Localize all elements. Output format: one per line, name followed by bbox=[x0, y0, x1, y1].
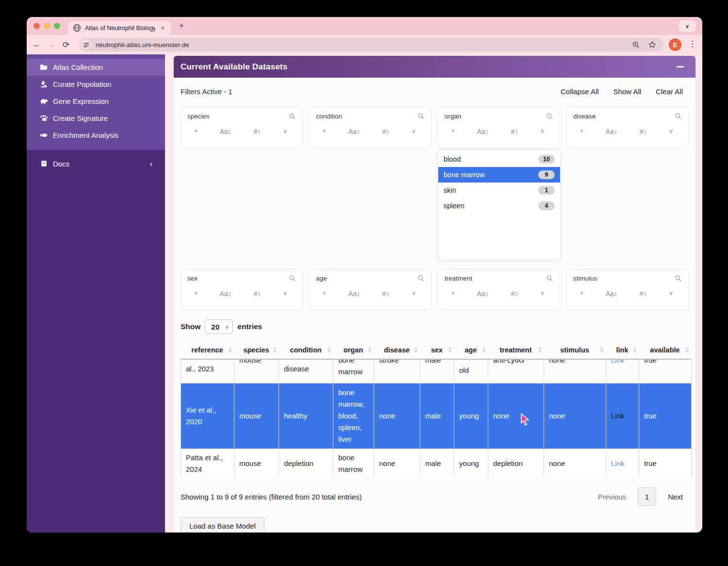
sort-icon[interactable] bbox=[448, 347, 452, 353]
numeric-sort-icon[interactable]: #↕ bbox=[254, 128, 261, 135]
zoom-page-icon[interactable] bbox=[632, 41, 640, 49]
sort-icon[interactable] bbox=[414, 347, 418, 353]
expand-filter-icon[interactable]: ∨ bbox=[283, 290, 287, 298]
numeric-sort-icon[interactable]: #↕ bbox=[511, 128, 518, 135]
column-header-link[interactable]: link bbox=[606, 341, 639, 359]
sidebar-item-gene-expression[interactable]: Gene Expression bbox=[27, 93, 165, 110]
collapse-panel-icon[interactable] bbox=[677, 66, 684, 67]
previous-page-button[interactable]: Previous bbox=[598, 493, 626, 501]
organ-option-bone-marrow[interactable]: bone marrow 9 bbox=[438, 167, 560, 183]
search-icon[interactable] bbox=[546, 113, 553, 120]
clear-filter-icon[interactable]: × bbox=[323, 128, 326, 135]
sort-icon[interactable] bbox=[538, 347, 542, 353]
browser-tab[interactable]: Atlas of Neutrophil Biology × bbox=[68, 21, 171, 35]
clear-filter-icon[interactable]: × bbox=[451, 128, 455, 135]
column-header-available[interactable]: available bbox=[639, 341, 691, 359]
numeric-sort-icon[interactable]: #↕ bbox=[382, 128, 390, 135]
search-icon[interactable] bbox=[417, 275, 425, 282]
alpha-sort-icon[interactable]: Aa↕ bbox=[348, 128, 360, 135]
column-header-treatment[interactable]: treatment bbox=[488, 341, 544, 359]
show-all-button[interactable]: Show All bbox=[613, 87, 642, 96]
site-settings-icon[interactable] bbox=[81, 39, 91, 50]
alpha-sort-icon[interactable]: Aa↕ bbox=[606, 290, 617, 298]
numeric-sort-icon[interactable]: #↕ bbox=[511, 290, 518, 298]
minimize-window-button[interactable] bbox=[44, 23, 50, 29]
expand-filter-icon[interactable]: ∨ bbox=[412, 290, 416, 298]
organ-option-skin[interactable]: skin 1 bbox=[438, 183, 560, 198]
tab-search-chevron-icon[interactable]: ∨ bbox=[678, 20, 696, 32]
search-icon[interactable] bbox=[289, 275, 296, 282]
organ-option-spleen[interactable]: spleen 4 bbox=[438, 198, 560, 214]
cell-link[interactable]: Link bbox=[606, 383, 639, 449]
column-header-reference[interactable]: reference bbox=[181, 341, 234, 359]
profile-avatar[interactable]: E bbox=[669, 38, 681, 51]
sidebar-item-create-signature[interactable]: Create Signature bbox=[27, 110, 165, 127]
organ-option-blood[interactable]: blood 10 bbox=[438, 151, 560, 167]
cell-link[interactable]: Link bbox=[606, 360, 639, 383]
sidebar-item-curate-popolation[interactable]: Curate Popolation bbox=[27, 76, 165, 93]
cell-link[interactable]: Link bbox=[606, 449, 639, 478]
clear-filter-icon[interactable]: × bbox=[580, 290, 583, 298]
load-base-model-button[interactable]: Load as Base Model bbox=[181, 517, 265, 533]
alpha-sort-icon[interactable]: Aa↕ bbox=[348, 290, 360, 298]
clear-filter-icon[interactable]: × bbox=[451, 290, 455, 298]
expand-filter-icon[interactable]: ∨ bbox=[412, 128, 416, 135]
sort-icon[interactable] bbox=[327, 347, 331, 353]
numeric-sort-icon[interactable]: #↕ bbox=[640, 290, 647, 298]
column-header-organ[interactable]: organ bbox=[333, 341, 374, 359]
table-row-selected[interactable]: Xie et al., 2020 mouse healthy bone marr… bbox=[181, 383, 692, 449]
page-number-button[interactable]: 1 bbox=[638, 487, 656, 506]
expand-filter-icon[interactable]: ∨ bbox=[540, 290, 545, 298]
alpha-sort-icon[interactable]: Aa↕ bbox=[477, 290, 489, 298]
clear-filter-icon[interactable]: × bbox=[323, 290, 326, 298]
sort-icon[interactable] bbox=[368, 347, 372, 353]
column-header-condition[interactable]: condition bbox=[279, 341, 333, 359]
sort-icon[interactable] bbox=[228, 347, 232, 353]
expand-filter-icon[interactable]: ∨ bbox=[669, 128, 673, 135]
column-header-stimulus[interactable]: stimulus bbox=[544, 341, 606, 359]
search-icon[interactable] bbox=[289, 113, 296, 120]
page-size-select[interactable]: 20 ∨ bbox=[205, 319, 233, 334]
close-window-button[interactable] bbox=[33, 23, 40, 29]
table-scroll-viewport[interactable]: al., 2023 mouse disease bone marrow stro… bbox=[181, 360, 692, 477]
alpha-sort-icon[interactable]: Aa↕ bbox=[477, 128, 489, 135]
sort-icon[interactable] bbox=[482, 347, 486, 353]
browser-menu-icon[interactable]: ⋮ bbox=[688, 39, 696, 49]
numeric-sort-icon[interactable]: #↕ bbox=[382, 290, 390, 298]
column-header-disease[interactable]: disease bbox=[374, 341, 420, 359]
sort-icon[interactable] bbox=[600, 347, 604, 353]
search-icon[interactable] bbox=[675, 275, 682, 282]
sort-icon[interactable] bbox=[633, 347, 637, 353]
collapse-filter-icon[interactable]: ∧ bbox=[540, 128, 545, 135]
expand-filter-icon[interactable]: ∨ bbox=[669, 290, 673, 298]
search-icon[interactable] bbox=[675, 113, 682, 120]
column-header-sex[interactable]: sex bbox=[420, 341, 454, 359]
back-icon[interactable]: ← bbox=[30, 40, 44, 50]
column-header-age[interactable]: age bbox=[454, 341, 488, 359]
clear-filter-icon[interactable]: × bbox=[580, 128, 583, 135]
reload-icon[interactable]: ⟳ bbox=[59, 40, 73, 50]
search-icon[interactable] bbox=[546, 275, 553, 282]
bookmark-star-icon[interactable] bbox=[648, 40, 657, 49]
clear-filter-icon[interactable]: × bbox=[194, 128, 198, 135]
sort-icon[interactable] bbox=[273, 347, 277, 353]
next-page-button[interactable]: Next bbox=[668, 493, 683, 501]
table-row[interactable]: Patta et al., 2024 mouse depletion bone … bbox=[181, 449, 692, 478]
sidebar-item-enrichment-analysis[interactable]: Enrichment Analysis bbox=[27, 127, 165, 144]
search-icon[interactable] bbox=[417, 113, 425, 120]
zoom-window-button[interactable] bbox=[54, 23, 60, 29]
column-header-species[interactable]: species bbox=[234, 341, 279, 359]
clear-filter-icon[interactable]: × bbox=[194, 290, 198, 298]
forward-icon[interactable]: → bbox=[44, 40, 59, 50]
sidebar-item-atlas-collection[interactable]: Atlas Collection bbox=[27, 59, 165, 76]
alpha-sort-icon[interactable]: Aa↕ bbox=[220, 128, 232, 135]
alpha-sort-icon[interactable]: Aa↕ bbox=[606, 128, 617, 135]
tab-close-icon[interactable]: × bbox=[159, 24, 166, 32]
sort-icon[interactable] bbox=[685, 347, 689, 353]
sidebar-item-docs[interactable]: Docs ‹ bbox=[27, 155, 165, 172]
alpha-sort-icon[interactable]: Aa↕ bbox=[220, 290, 232, 298]
collapse-all-button[interactable]: Collapse All bbox=[561, 87, 598, 96]
table-row[interactable]: al., 2023 mouse disease bone marrow stro… bbox=[181, 360, 692, 383]
expand-filter-icon[interactable]: ∨ bbox=[283, 128, 287, 135]
clear-all-button[interactable]: Clear All bbox=[656, 87, 683, 96]
